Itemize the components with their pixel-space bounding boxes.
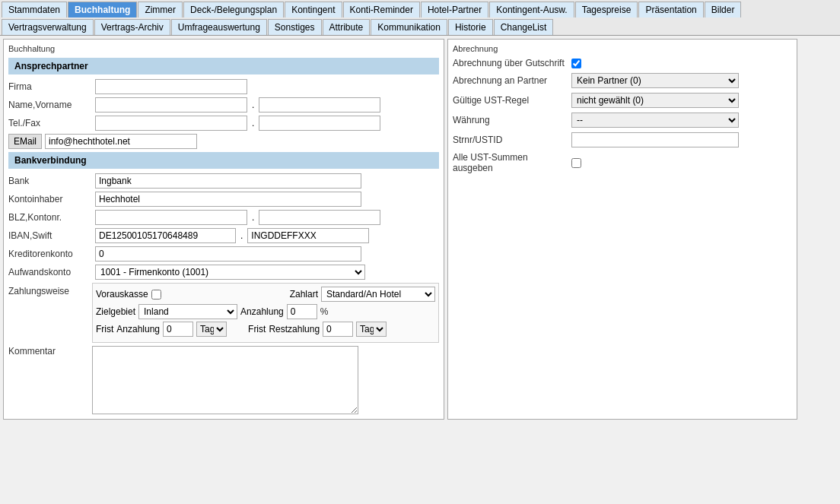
iban-row: IBAN,Swift .	[8, 228, 439, 243]
zielgebiet-select[interactable]: Inland	[138, 304, 237, 319]
nav-tab-zimmer[interactable]: Zimmer	[138, 2, 183, 17]
waehrung-label: Währung	[453, 115, 567, 125]
zielgebiet-row: Zielgebiet Inland Anzahlung %	[96, 304, 435, 319]
frist-anzahlung-input[interactable]	[163, 322, 193, 337]
waehrung-row: Währung --	[453, 113, 792, 128]
ust-summen-label: Alle UST-Summen ausgeben	[453, 152, 567, 173]
ust-summen-checkbox[interactable]	[571, 158, 581, 168]
firma-input[interactable]	[95, 79, 247, 94]
swift-input[interactable]	[247, 228, 369, 243]
ust-label: Gültige UST-Regel	[453, 95, 567, 106]
frist-anzahlung-sub: Anzahlung	[116, 324, 160, 334]
zielgebiet-label: Zielgebiet	[96, 306, 135, 317]
nav-row-2: VertragsverwaltungVertrags-ArchivUmfrage…	[0, 17, 840, 35]
abrechnung-panel: Abrechnung Abrechnung über Gutschrift Ab…	[447, 39, 797, 420]
ust-select[interactable]: nicht gewählt (0)	[571, 93, 739, 108]
aufwandskonto-row: Aufwandskonto 1001 - Firmenkonto (1001)	[8, 265, 439, 280]
nav-tab-umfrageauswertung[interactable]: Umfrageauswertung	[171, 19, 267, 35]
waehrung-select[interactable]: --	[571, 113, 739, 128]
nav-tab-buchhaltung[interactable]: Buchhaltung	[68, 2, 137, 17]
iban-label: IBAN,Swift	[8, 230, 92, 241]
buchhaltung-panel: Buchhaltung Ansprechpartner Firma Name,V…	[3, 39, 444, 420]
blz-label: BLZ,Kontonr.	[8, 212, 92, 223]
nav-bar: StammdatenBuchhaltungZimmerDeck-/Belegun…	[0, 0, 840, 36]
name-row: Name,Vorname .	[8, 97, 439, 113]
bank-row: Bank	[8, 173, 439, 189]
tage2-select[interactable]: Tage	[356, 322, 387, 337]
nav-tab-stammdaten[interactable]: Stammdaten	[2, 2, 67, 17]
strnr-row: Strnr/USTID	[453, 132, 792, 147]
kreditorenkonto-input[interactable]	[95, 246, 361, 262]
nav-tab-bilder[interactable]: Bilder	[705, 2, 742, 17]
zahlungsweise-label: Zahlungsweise	[8, 286, 92, 296]
tel-input[interactable]	[95, 116, 247, 131]
frist-restzahlung-sub: Restzahlung	[269, 324, 320, 334]
email-button[interactable]: EMail	[8, 134, 42, 149]
kommentar-label: Kommentar	[8, 346, 92, 357]
name-input[interactable]	[95, 97, 247, 113]
gutschrift-label: Abrechnung über Gutschrift	[453, 58, 567, 68]
zahlungsweise-grid: Vorauskasse Zahlart Standard/An Hotel Zi…	[92, 283, 439, 343]
kreditorenkonto-row: Kreditorenkonto	[8, 246, 439, 262]
nav-tab-sonstiges[interactable]: Sonstiges	[268, 19, 322, 35]
nav-row-1: StammdatenBuchhaltungZimmerDeck-/Belegun…	[0, 0, 840, 17]
kontoinhaber-input[interactable]	[95, 192, 361, 207]
vorname-input[interactable]	[259, 97, 380, 113]
fax-input[interactable]	[259, 116, 380, 131]
frist-row: Frist Anzahlung Tage Frist Restzahlung T…	[96, 322, 435, 337]
nav-tab-vertragsverwaltung[interactable]: Vertragsverwaltung	[2, 19, 94, 35]
strnr-label: Strnr/USTID	[453, 135, 567, 145]
kommentar-textarea[interactable]	[92, 346, 358, 414]
email-input[interactable]	[45, 134, 197, 149]
frist-restzahlung-input[interactable]	[323, 322, 353, 337]
tage1-select[interactable]: Tage	[196, 322, 227, 337]
kontoinhaber-label: Kontoinhaber	[8, 194, 92, 204]
nav-tab-attribute[interactable]: Attribute	[323, 19, 371, 35]
partner-select[interactable]: Kein Partner (0)	[571, 73, 739, 88]
abrechnung-title: Abrechnung	[453, 44, 792, 53]
partner-label: Abrechnung an Partner	[453, 75, 567, 86]
nav-tab-vertrags-archiv[interactable]: Vertrags-Archiv	[94, 19, 170, 35]
ust-row: Gültige UST-Regel nicht gewählt (0)	[453, 93, 792, 108]
bank-label: Bank	[8, 176, 92, 186]
name-label: Name,Vorname	[8, 100, 92, 110]
nav-tab-kommunikation[interactable]: Kommunikation	[371, 19, 447, 35]
nav-tab-hotel-partner[interactable]: Hotel-Partner	[421, 2, 488, 17]
zahlart-select[interactable]: Standard/An Hotel	[321, 287, 435, 302]
email-row: EMail	[8, 134, 439, 149]
nav-tab-tagespreise[interactable]: Tagespreise	[575, 2, 638, 17]
gutschrift-row: Abrechnung über Gutschrift	[453, 58, 792, 68]
vorauskasse-checkbox[interactable]	[151, 290, 161, 300]
strnr-input[interactable]	[571, 132, 739, 147]
bank-input[interactable]	[95, 173, 361, 189]
kontonr-input[interactable]	[259, 210, 380, 225]
aufwandskonto-select[interactable]: 1001 - Firmenkonto (1001)	[95, 265, 365, 280]
blz-row: BLZ,Kontonr. .	[8, 210, 439, 225]
zahlart-label: Zahlart	[290, 289, 318, 300]
firma-row: Firma	[8, 79, 439, 94]
nav-tab-deck--belegungsplan[interactable]: Deck-/Belegungsplan	[183, 2, 284, 17]
content-area: Buchhaltung Ansprechpartner Firma Name,V…	[0, 36, 840, 423]
buchhaltung-title: Buchhaltung	[8, 44, 439, 53]
anzahlung-input[interactable]	[287, 304, 317, 319]
nav-tab-pr-sentation[interactable]: Präsentation	[638, 2, 703, 17]
nav-tab-kontingent[interactable]: Kontingent	[285, 2, 342, 17]
tel-label: Tel./Fax	[8, 118, 92, 128]
blz-input[interactable]	[95, 210, 247, 225]
frist-restzahlung-label: Frist	[248, 324, 266, 334]
aufwandskonto-label: Aufwandskonto	[8, 267, 92, 277]
ust-summen-row: Alle UST-Summen ausgeben	[453, 152, 792, 173]
kreditorenkonto-label: Kreditorenkonto	[8, 249, 92, 259]
nav-tab-konti-reminder[interactable]: Konti-Reminder	[343, 2, 420, 17]
gutschrift-checkbox[interactable]	[571, 59, 581, 68]
anzahlung-label: Anzahlung	[240, 306, 284, 317]
zahlungsweise-section: Zahlungsweise Vorauskasse Zahlart Standa…	[8, 283, 439, 343]
vorauskasse-row: Vorauskasse Zahlart Standard/An Hotel	[96, 287, 435, 302]
nav-tab-kontingent-ausw-[interactable]: Kontingent-Ausw.	[489, 2, 574, 17]
bankverbindung-header: Bankverbindung	[8, 152, 439, 169]
iban-input[interactable]	[95, 228, 236, 243]
ansprechpartner-header: Ansprechpartner	[8, 58, 439, 74]
nav-tab-changelist[interactable]: ChangeList	[494, 19, 554, 35]
nav-tab-historie[interactable]: Historie	[448, 19, 493, 35]
vorauskasse-label: Vorauskasse	[96, 289, 148, 300]
